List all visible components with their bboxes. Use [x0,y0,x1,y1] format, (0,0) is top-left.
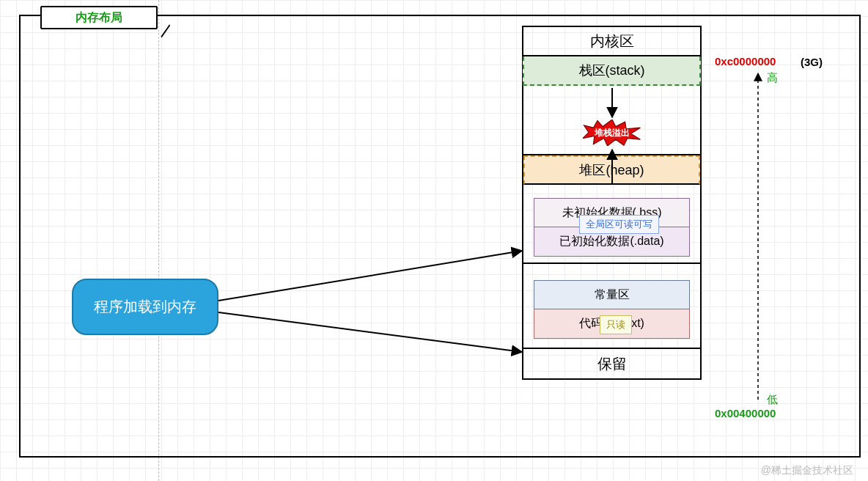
region-text-group: 常量区 代码段(.text) [523,264,700,349]
diagram-frame [19,15,861,458]
region-const: 常量区 [534,280,690,309]
region-heap-label: 堆区(heap) [579,161,644,179]
address-size-note: (3G) [801,56,823,68]
diagram-title-tab: 内存布局 [40,6,158,29]
overflow-explosion: 堆栈溢出 [583,120,641,146]
watermark: @稀土掘金技术社区 [761,464,853,477]
label-low: 低 [767,393,778,407]
tag-readonly-label: 只读 [606,319,625,330]
label-high: 高 [767,71,778,85]
region-const-label: 常量区 [595,287,630,303]
region-heap: 堆区(heap) [523,155,700,185]
overflow-label: 堆栈溢出 [583,120,641,146]
source-node-label: 程序加载到内存 [94,297,196,317]
tag-readwrite: 全局区可读可写 [579,215,659,234]
region-reserve-label: 保留 [597,354,627,374]
tag-readwrite-label: 全局区可读可写 [586,219,652,230]
diagram-title: 内存布局 [76,10,122,26]
tag-readonly: 只读 [600,315,632,334]
address-high: 0xc0000000 [715,55,776,67]
region-stack: 栈区(stack) [523,56,701,86]
source-node: 程序加载到内存 [72,279,218,335]
region-kernel-label: 内核区 [590,32,634,51]
region-stack-label: 栈区(stack) [579,62,645,79]
address-low: 0x00400000 [715,407,776,419]
region-data-label: 已初始化数据(.data) [559,234,663,249]
region-reserve: 保留 [523,349,700,378]
region-kernel: 内核区 [523,27,700,56]
